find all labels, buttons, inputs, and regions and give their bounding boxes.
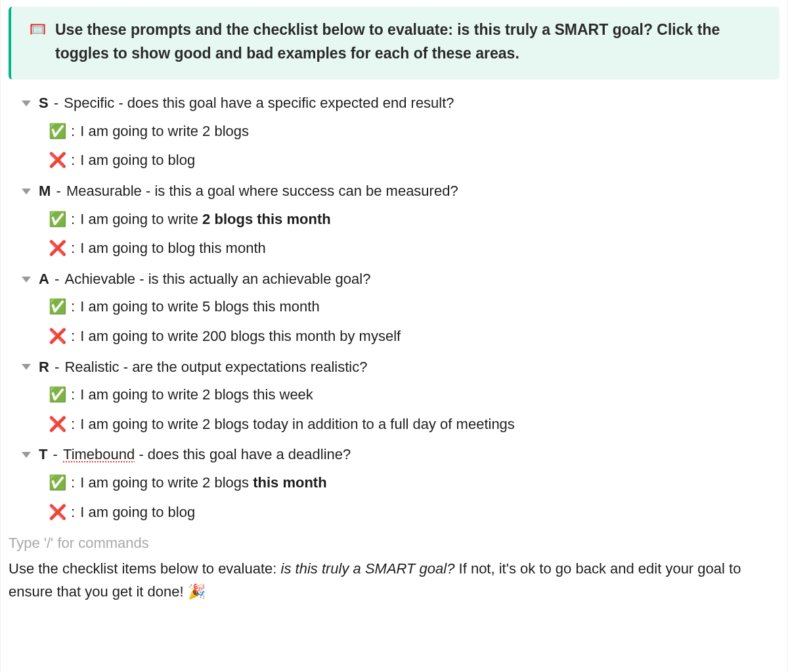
separator: - bbox=[50, 95, 63, 111]
cross-icon: ❌ bbox=[49, 151, 64, 170]
good-example: ✅: I am going to write 2 blogs this week bbox=[49, 380, 779, 410]
cross-icon: ❌ bbox=[49, 415, 64, 434]
toggle-row[interactable]: R - Realistic - are the output expectati… bbox=[23, 353, 779, 381]
good-text: : I am going to write 2 blogs this month bbox=[71, 474, 327, 493]
colon: : bbox=[71, 152, 79, 168]
good-bold: 2 blogs this month bbox=[202, 211, 331, 227]
toggle-row[interactable]: A - Achievable - is this actually an ach… bbox=[23, 265, 779, 293]
toggle-label: R - Realistic - are the output expectati… bbox=[39, 358, 367, 377]
smart-item: R - Realistic - are the output expectati… bbox=[23, 353, 779, 439]
check-icon: ✅ bbox=[49, 210, 64, 229]
good-prefix: I am going to write 2 blogs bbox=[80, 123, 249, 139]
separator: - bbox=[51, 359, 64, 375]
cross-icon: ❌ bbox=[49, 327, 64, 346]
smart-list: S - Specific - does this goal have a spe… bbox=[9, 89, 779, 527]
callout-box: 🥅 Use these prompts and the checklist be… bbox=[9, 7, 779, 79]
good-text: : I am going to write 5 blogs this month bbox=[71, 298, 320, 317]
callout-content: 🥅 Use these prompts and the checklist be… bbox=[30, 18, 761, 65]
example-group: ✅: I am going to write 2 blogs this mont… bbox=[23, 205, 779, 263]
callout-text: Use these prompts and the checklist belo… bbox=[55, 18, 761, 65]
good-text: : I am going to write 2 blogs bbox=[71, 122, 249, 141]
good-text: : I am going to write 2 blogs this month bbox=[71, 210, 331, 229]
toggle-label: T - Timebound - does this goal have a de… bbox=[39, 445, 351, 464]
example-group: ✅: I am going to write 2 blogs this week… bbox=[23, 380, 779, 439]
good-prefix: I am going to write bbox=[80, 211, 202, 227]
colon: : bbox=[71, 416, 79, 432]
bad-example: ❌: I am going to blog bbox=[49, 498, 779, 527]
toggle-label: S - Specific - does this goal have a spe… bbox=[39, 94, 454, 113]
good-prefix: I am going to write 5 blogs this month bbox=[80, 298, 319, 315]
good-example: ✅: I am going to write 2 blogs bbox=[49, 117, 779, 146]
smart-letter: T bbox=[39, 446, 47, 462]
chevron-down-icon[interactable] bbox=[22, 277, 31, 282]
chevron-down-icon[interactable] bbox=[22, 101, 31, 106]
bad-text: : I am going to write 2 blogs today in a… bbox=[71, 415, 515, 434]
chevron-down-icon[interactable] bbox=[22, 364, 31, 370]
separator: - bbox=[51, 271, 64, 287]
bad-text: : I am going to blog this month bbox=[71, 239, 266, 258]
cross-icon: ❌ bbox=[49, 503, 64, 522]
bad-value: I am going to write 200 blogs this month… bbox=[80, 328, 401, 344]
bad-example: ❌: I am going to blog bbox=[49, 146, 779, 175]
toggle-title: Specific - does this goal have a specifi… bbox=[64, 95, 454, 111]
smart-letter: M bbox=[39, 183, 51, 199]
colon: : bbox=[71, 504, 79, 520]
toggle-label: A - Achievable - is this actually an ach… bbox=[39, 270, 370, 289]
bad-text: : I am going to blog bbox=[71, 503, 195, 522]
toggle-row[interactable]: S - Specific - does this goal have a spe… bbox=[23, 89, 779, 117]
good-bold: this month bbox=[253, 474, 326, 491]
check-icon: ✅ bbox=[49, 386, 64, 405]
colon: : bbox=[71, 328, 79, 344]
colon: : bbox=[71, 474, 79, 491]
check-icon: ✅ bbox=[49, 122, 64, 141]
smart-item: A - Achievable - is this actually an ach… bbox=[23, 265, 779, 351]
toggle-title: Realistic - are the output expectations … bbox=[64, 359, 367, 375]
bad-text: : I am going to write 200 blogs this mon… bbox=[71, 327, 401, 346]
cross-icon: ❌ bbox=[49, 239, 64, 258]
page: 🥅 Use these prompts and the checklist be… bbox=[0, 0, 788, 672]
bad-text: : I am going to blog bbox=[71, 151, 195, 170]
bad-value: I am going to blog bbox=[80, 152, 195, 168]
bad-example: ❌: I am going to write 2 blogs today in … bbox=[49, 410, 779, 439]
colon: : bbox=[71, 386, 79, 403]
check-icon: ✅ bbox=[49, 298, 64, 317]
toggle-title-rest: - does this goal have a deadline? bbox=[135, 446, 351, 462]
colon: : bbox=[71, 211, 79, 227]
spellcheck-word: Timebound bbox=[63, 446, 135, 462]
chevron-down-icon[interactable] bbox=[22, 189, 31, 194]
footer-text: Use the checklist items below to evaluat… bbox=[9, 554, 779, 603]
toggle-title: Achievable - is this actually an achieva… bbox=[64, 271, 370, 287]
chevron-down-icon[interactable] bbox=[22, 452, 31, 458]
footer-before: Use the checklist items below to evaluat… bbox=[9, 560, 281, 577]
toggle-label: M - Measurable - is this a goal where su… bbox=[39, 182, 458, 201]
toggle-row[interactable]: T - Timebound - does this goal have a de… bbox=[23, 440, 779, 468]
separator: - bbox=[52, 183, 65, 199]
good-prefix: I am going to write 2 blogs bbox=[80, 474, 253, 491]
toggle-row[interactable]: M - Measurable - is this a goal where su… bbox=[23, 177, 779, 205]
good-example: ✅: I am going to write 5 blogs this mont… bbox=[49, 292, 779, 322]
goal-icon: 🥅 bbox=[30, 21, 46, 37]
colon: : bbox=[71, 123, 79, 139]
smart-letter: R bbox=[39, 359, 49, 375]
good-example: ✅: I am going to write 2 blogs this mont… bbox=[49, 468, 779, 498]
example-group: ✅: I am going to write 2 blogs❌: I am go… bbox=[23, 117, 779, 175]
example-group: ✅: I am going to write 2 blogs this mont… bbox=[23, 468, 779, 527]
colon: : bbox=[71, 298, 79, 315]
bad-value: I am going to blog bbox=[80, 504, 195, 520]
smart-item: S - Specific - does this goal have a spe… bbox=[23, 89, 779, 175]
smart-letter: A bbox=[39, 271, 49, 287]
good-text: : I am going to write 2 blogs this week bbox=[71, 386, 313, 405]
bad-value: I am going to blog this month bbox=[80, 240, 266, 256]
smart-item: M - Measurable - is this a goal where su… bbox=[23, 177, 779, 263]
separator: - bbox=[49, 446, 62, 462]
good-prefix: I am going to write 2 blogs this week bbox=[80, 386, 313, 403]
bad-example: ❌: I am going to write 200 blogs this mo… bbox=[49, 322, 779, 351]
editor-input[interactable]: Type '/' for commands bbox=[9, 528, 779, 554]
smart-item: T - Timebound - does this goal have a de… bbox=[23, 440, 779, 527]
bad-value: I am going to write 2 blogs today in add… bbox=[80, 416, 515, 432]
toggle-title: Measurable - is this a goal where succes… bbox=[66, 183, 458, 199]
bad-example: ❌: I am going to blog this month bbox=[49, 234, 779, 263]
check-icon: ✅ bbox=[49, 474, 64, 493]
smart-letter: S bbox=[39, 95, 49, 111]
good-example: ✅: I am going to write 2 blogs this mont… bbox=[49, 205, 779, 235]
